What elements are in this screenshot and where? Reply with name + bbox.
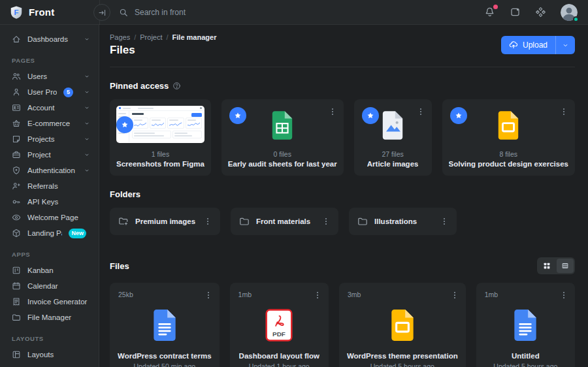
thumbnail-topbar: [116, 106, 204, 111]
card-menu-button[interactable]: [312, 289, 323, 301]
card-menu-button[interactable]: [438, 215, 450, 227]
file-size: 1mb: [485, 291, 498, 298]
sidebar-entry-user-profile: User Profile 5: [0, 84, 99, 100]
folders-label: Folders: [110, 189, 140, 199]
file-card-title: WordPress contract terms: [118, 352, 212, 360]
sidebar-item-badge: 5: [63, 88, 73, 97]
sidebar-item[interactable]: E-commerce: [0, 116, 99, 131]
file-card-wordpress-contract-terms[interactable]: 25kb WordPress contract terms Updated 50…: [110, 283, 220, 367]
card-menu-button[interactable]: [558, 289, 570, 301]
pinned-card-screenshots-from-figma[interactable]: 1 files Screenshots from Figma: [110, 99, 211, 176]
sidebar-entry-authentication: Authentication: [0, 163, 99, 178]
sidebar-collapse-button[interactable]: [93, 4, 110, 21]
list-view-button[interactable]: [557, 259, 574, 273]
star-badge[interactable]: [229, 107, 246, 124]
sidebar-item[interactable]: Projects: [0, 131, 99, 147]
star-badge[interactable]: [116, 116, 133, 133]
sidebar-item[interactable]: Project: [0, 147, 99, 163]
upload-split-button: Upload: [501, 36, 575, 54]
sidebar-entry-welcome-page: Welcome Page: [0, 210, 99, 225]
chevron-down-icon: [84, 89, 90, 95]
file-card-title: WordPress theme presentation: [347, 352, 458, 360]
sidebar-section-header: LAYOUTS: [0, 325, 99, 347]
notification-dot: [493, 5, 498, 9]
user-avatar[interactable]: [561, 4, 578, 21]
sidebar-entry-account: Account: [0, 100, 99, 116]
activity-stream-button[interactable]: [510, 7, 521, 18]
sidebar-section-header: PAGES: [0, 47, 99, 69]
search-input[interactable]: [135, 8, 278, 17]
file-size: 25kb: [118, 291, 133, 298]
card-menu-button[interactable]: [558, 106, 570, 118]
chevron-down-icon: [84, 73, 90, 80]
notifications-button[interactable]: [484, 7, 495, 18]
breadcrumb-pages[interactable]: Pages: [110, 33, 130, 41]
folder-card-title: Illustrations: [374, 217, 432, 225]
star-badge[interactable]: [450, 107, 467, 124]
sidebar-item[interactable]: Authentication: [0, 163, 99, 178]
file-card-untitled[interactable]: 1mb Untitled Updated 5 hours ago: [476, 283, 575, 367]
file-card-wordpress-theme-presentation[interactable]: 3mb WordPress theme presentation Updated…: [339, 283, 466, 367]
sticky-note-icon: [12, 135, 21, 144]
google-docs-icon: [151, 309, 178, 342]
sidebar-item[interactable]: Users: [0, 69, 99, 84]
chevron-down-icon: [562, 42, 569, 49]
pinned-card-article-images[interactable]: 27 files Article images: [354, 99, 432, 176]
sidebar-item[interactable]: Calendar: [0, 278, 99, 294]
sidebar-item[interactable]: API Keys: [0, 194, 99, 210]
pinned-card-solving-product-design-exercises[interactable]: 8 files Solving product design exercises: [442, 99, 575, 176]
folder-card-title: Front materials: [256, 217, 314, 225]
file-updated: Updated 1 hour ago: [249, 362, 310, 367]
google-slides-icon: [389, 309, 416, 342]
sidebar-item[interactable]: Welcome Page: [0, 210, 99, 225]
folders-row: Premium images Front materials Illustrat…: [110, 208, 575, 235]
question-circle-icon[interactable]: [172, 82, 181, 90]
folder-card-premium-images[interactable]: Premium images: [110, 208, 220, 235]
sidebar-item[interactable]: User Profile 5: [0, 84, 99, 100]
front-logo-shield-icon: F: [9, 5, 24, 20]
card-menu-button[interactable]: [327, 106, 338, 118]
brand-name: Front: [29, 7, 54, 18]
chevron-down-icon: [84, 36, 90, 42]
upload-button[interactable]: Upload: [501, 36, 555, 54]
sidebar-item[interactable]: Dashboards: [0, 31, 99, 47]
card-menu-button[interactable]: [320, 215, 332, 227]
image-file-icon: [380, 110, 405, 140]
sidebar-item[interactable]: Landing Page New: [0, 225, 99, 241]
folder-icon: [357, 216, 368, 227]
files-row: 25kb WordPress contract terms Updated 50…: [110, 283, 575, 367]
file-card-dashboard-layout-flow[interactable]: 1mb Dashboard layout flow Updated 1 hour…: [230, 283, 329, 367]
sidebar-item[interactable]: Referrals: [0, 178, 99, 194]
sidebar-entry-pages: PAGES: [0, 47, 99, 69]
breadcrumb-project[interactable]: Project: [140, 33, 162, 41]
card-menu-button[interactable]: [203, 289, 214, 301]
sidebar-item[interactable]: File Manager: [0, 310, 99, 325]
folder-card-front-materials[interactable]: Front materials: [231, 208, 338, 235]
pinned-card-early-audit-sheets-for-last-year[interactable]: 0 files Early audit sheets for last year: [221, 99, 344, 176]
folder-card-illustrations[interactable]: Illustrations: [349, 208, 457, 235]
dots-vertical-icon: [204, 291, 213, 300]
pinned-card-title: Early audit sheets for last year: [228, 160, 337, 168]
sidebar-entry-calendar: Calendar: [0, 278, 99, 294]
sidebar-entry-projects: Projects: [0, 131, 99, 147]
sidebar-item[interactable]: Kanban: [0, 263, 99, 278]
brand[interactable]: F Front: [0, 5, 99, 20]
sidebar-item[interactable]: Invoice Generator: [0, 294, 99, 310]
person-plus-icon: [12, 182, 21, 191]
files-count: 1 files: [152, 150, 169, 158]
upload-dropdown-button[interactable]: [556, 36, 575, 54]
grid-view-button[interactable]: [538, 259, 555, 273]
google-sheets-icon: [270, 110, 295, 140]
card-menu-button[interactable]: [202, 215, 214, 227]
eye-icon: [12, 213, 21, 222]
chevron-down-icon: [84, 152, 90, 158]
star-badge[interactable]: [362, 107, 379, 124]
card-menu-button[interactable]: [449, 289, 461, 301]
sidebar-item-label: Invoice Generator: [27, 298, 90, 306]
sidebar-item[interactable]: Layouts: [0, 347, 99, 362]
card-menu-button[interactable]: [415, 106, 427, 118]
sidebar-item[interactable]: Account: [0, 100, 99, 116]
dots-vertical-icon: [450, 291, 459, 300]
sidebar-item-label: Projects: [27, 135, 77, 143]
apps-menu-button[interactable]: [535, 7, 546, 18]
